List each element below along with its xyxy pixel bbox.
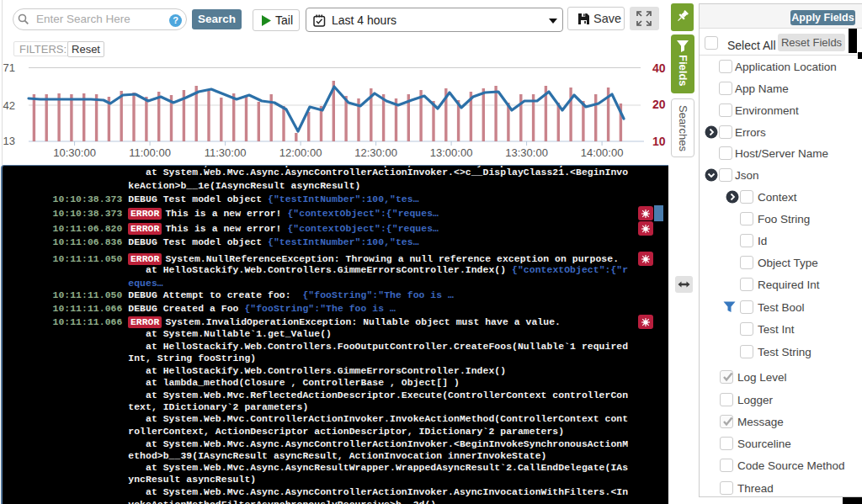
svg-text:13:00:00: 13:00:00 (430, 146, 473, 159)
svg-text:40: 40 (652, 61, 666, 75)
svg-text:10:30:00: 10:30:00 (53, 146, 96, 159)
svg-text:20: 20 (652, 98, 666, 111)
svg-text:12:30:00: 12:30:00 (354, 146, 397, 159)
svg-text:11:00:00: 11:00:00 (129, 146, 171, 159)
svg-text:71: 71 (3, 61, 15, 74)
svg-text:12:00:00: 12:00:00 (279, 146, 322, 159)
svg-text:11:30:00: 11:30:00 (205, 146, 247, 159)
svg-text:42: 42 (3, 99, 15, 112)
svg-text:13: 13 (3, 135, 15, 147)
svg-text:13:30:00: 13:30:00 (505, 146, 548, 159)
svg-text:10: 10 (652, 135, 666, 148)
svg-text:14:00:00: 14:00:00 (581, 146, 624, 159)
